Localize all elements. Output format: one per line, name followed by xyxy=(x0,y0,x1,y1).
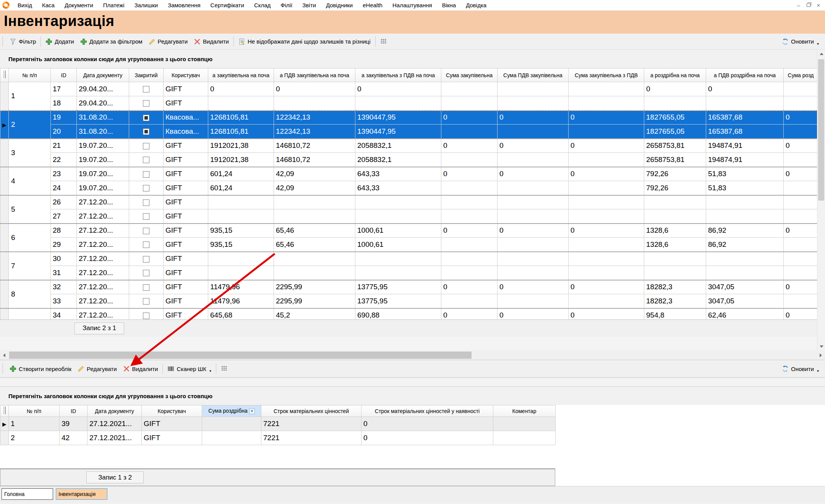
cell-value[interactable]: 1328,6 xyxy=(644,224,706,238)
cell-comment[interactable] xyxy=(493,431,556,445)
table-row[interactable]: 32119.07.20...GIFT1912021,38146810,72205… xyxy=(0,139,817,153)
checkbox-unchecked-icon[interactable] xyxy=(143,199,149,206)
cell-value[interactable] xyxy=(355,209,441,224)
cell-value[interactable] xyxy=(784,266,817,280)
cell-value[interactable] xyxy=(644,266,706,280)
cell-value[interactable] xyxy=(208,195,274,209)
menu-item-платежі[interactable]: Платежі xyxy=(98,0,130,10)
checkbox-unchecked-icon[interactable] xyxy=(143,228,149,234)
table-row[interactable]: 42319.07.20...GIFT601,2442,09643,3300079… xyxy=(0,167,817,181)
cell-value[interactable]: 122342,13 xyxy=(274,125,355,139)
menu-item-сертифікати[interactable]: Сертифікати xyxy=(206,0,249,10)
cell-date[interactable]: 27.12.20... xyxy=(77,266,129,280)
vertical-scrollbar[interactable] xyxy=(817,50,825,350)
column-header[interactable]: Строк матеріальних цінностей у наявності xyxy=(361,405,493,417)
group-number-cell[interactable]: 3 xyxy=(9,139,51,167)
cell-closed[interactable] xyxy=(129,167,164,181)
cell-date[interactable]: 27.12.20... xyxy=(77,252,129,266)
cell-value[interactable] xyxy=(784,294,817,308)
cell-closed[interactable] xyxy=(129,252,164,266)
cell-value[interactable]: 165387,68 xyxy=(706,125,784,139)
cell-value[interactable] xyxy=(498,125,569,139)
cell-value[interactable]: 0 xyxy=(441,224,498,238)
cell-value[interactable] xyxy=(784,181,817,195)
group-number-cell[interactable]: 1 xyxy=(9,82,51,110)
menu-item-залишки[interactable]: Залишки xyxy=(130,0,163,10)
table-row[interactable]: 11729.04.20...GIFT00000 xyxy=(0,82,817,96)
cell-value[interactable] xyxy=(569,82,644,96)
cell-value[interactable]: 122342,13 xyxy=(274,110,355,125)
cell-term[interactable]: 7221 xyxy=(261,431,361,445)
column-header[interactable]: Дата документу xyxy=(77,68,129,82)
group-number-cell[interactable]: 6 xyxy=(9,224,51,252)
toolbar-grip[interactable] xyxy=(2,37,4,47)
menu-item-вихід[interactable]: Вихід xyxy=(13,0,37,10)
cell-user[interactable]: GIFT xyxy=(164,167,208,181)
column-header[interactable]: а закупівельна з ПДВ на поча xyxy=(355,68,441,82)
taskbar-tab-active[interactable]: Інвентаризація xyxy=(56,488,107,500)
group-panel-hint[interactable]: Перетягніть заголовок колонки сюди для у… xyxy=(0,50,825,68)
table-row[interactable]: 52627.12.20...GIFT xyxy=(0,195,817,209)
column-header[interactable]: Закритий xyxy=(129,68,164,82)
checkbox-unchecked-icon[interactable] xyxy=(143,100,149,107)
cell-id[interactable]: 31 xyxy=(51,266,77,280)
cell-term[interactable]: 7221 xyxy=(261,417,361,431)
cell-value[interactable] xyxy=(569,252,644,266)
cell-value[interactable]: 194874,91 xyxy=(706,139,784,153)
cell-value[interactable]: 1912021,38 xyxy=(208,139,274,153)
cell-value[interactable]: 0 xyxy=(644,82,706,96)
cell-value[interactable]: 1827655,05 xyxy=(644,110,706,125)
cell-value[interactable]: 42,09 xyxy=(274,167,355,181)
horizontal-scrollbar-thumb[interactable] xyxy=(9,352,472,359)
cell-id[interactable]: 28 xyxy=(51,224,77,238)
cell-value[interactable]: 0 xyxy=(441,308,498,320)
menu-item-довідка[interactable]: Довідка xyxy=(461,0,491,10)
cell-comment[interactable] xyxy=(493,417,556,431)
column-header[interactable]: № п/п xyxy=(9,68,51,82)
cell-value[interactable] xyxy=(784,153,817,167)
column-header[interactable]: Сума закупівельна xyxy=(441,68,498,82)
checkbox-unchecked-icon[interactable] xyxy=(143,241,149,248)
table-row[interactable]: 2419.07.20...GIFT601,2442,09643,33792,26… xyxy=(0,181,817,195)
cell-value[interactable]: 1390447,95 xyxy=(355,125,441,139)
column-header[interactable]: Коментар xyxy=(493,405,556,417)
checkbox-unchecked-icon[interactable] xyxy=(143,171,149,178)
cell-value[interactable]: 146810,72 xyxy=(274,153,355,167)
filter-button[interactable]: Фільтр xyxy=(6,36,39,47)
cell-user[interactable]: GIFT xyxy=(164,153,208,167)
cell-value[interactable]: 690,88 xyxy=(355,308,441,320)
cell-value[interactable]: 0 xyxy=(498,308,569,320)
cell-id[interactable]: 21 xyxy=(51,139,77,153)
cell-closed[interactable] xyxy=(129,181,164,195)
checkbox-checked-icon[interactable] xyxy=(143,128,149,135)
cell-id[interactable]: 33 xyxy=(51,294,77,308)
cell-value[interactable]: 643,33 xyxy=(355,181,441,195)
cell-value[interactable]: 601,24 xyxy=(208,181,274,195)
horizontal-scrollbar[interactable] xyxy=(0,350,825,360)
cell-value[interactable] xyxy=(441,96,498,110)
checkbox-unchecked-icon[interactable] xyxy=(143,185,149,191)
scroll-right-icon[interactable] xyxy=(817,350,825,360)
cell-value[interactable]: 1268105,81 xyxy=(208,110,274,125)
cell-value[interactable] xyxy=(706,266,784,280)
menu-item-ehealth[interactable]: eHealth xyxy=(358,0,387,10)
cell-value[interactable]: 194874,91 xyxy=(706,153,784,167)
checkbox-unchecked-icon[interactable] xyxy=(143,157,149,163)
cell-value[interactable]: 51,83 xyxy=(706,167,784,181)
cell-closed[interactable] xyxy=(129,153,164,167)
cell-value[interactable] xyxy=(498,252,569,266)
cell-value[interactable] xyxy=(498,96,569,110)
cell-closed[interactable] xyxy=(129,195,164,209)
cell-id[interactable]: 24 xyxy=(51,181,77,195)
cell-value[interactable] xyxy=(274,252,355,266)
cell-value[interactable]: 0 xyxy=(441,280,498,294)
cell-value[interactable] xyxy=(498,153,569,167)
cell-id[interactable]: 29 xyxy=(51,238,77,252)
cell-value[interactable]: 601,24 xyxy=(208,167,274,181)
cell-user[interactable]: Квасова... xyxy=(164,125,208,139)
cell-value[interactable]: 935,15 xyxy=(208,224,274,238)
cell-value[interactable] xyxy=(644,195,706,209)
cell-date[interactable]: 27.12.20... xyxy=(77,294,129,308)
cell-value[interactable]: 65,46 xyxy=(274,224,355,238)
cell-user[interactable]: GIFT xyxy=(164,96,208,110)
